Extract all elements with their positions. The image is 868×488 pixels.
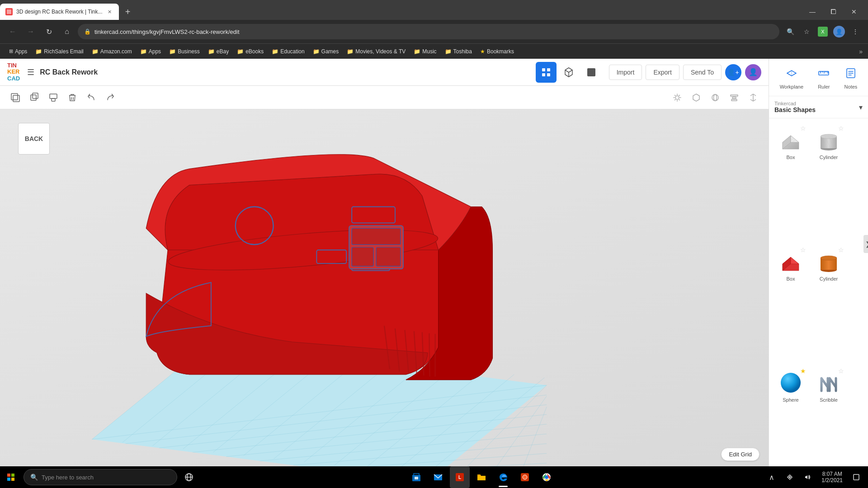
delete-button[interactable]	[64, 89, 80, 106]
tray-chevron-button[interactable]: ∧	[764, 469, 780, 485]
send-to-button[interactable]: Send To	[683, 65, 722, 80]
bookmark-apps[interactable]: 📁 Apps	[137, 47, 165, 56]
start-button[interactable]	[0, 466, 22, 488]
back-nav-button[interactable]: ←	[5, 24, 20, 39]
bookmark-bookmarks-label: Bookmarks	[487, 48, 514, 55]
bookmark-amazon[interactable]: 📁 Amazon.com	[88, 47, 136, 56]
tab-close-button[interactable]: ✕	[106, 8, 113, 15]
star-badge-box[interactable]: ☆	[800, 125, 806, 132]
export-button[interactable]: Export	[646, 65, 679, 80]
notifications-button[interactable]	[848, 469, 864, 485]
expand-panel-button[interactable]: ❯	[863, 235, 868, 253]
new-tab-button[interactable]: +	[121, 5, 135, 19]
mirror-button[interactable]	[745, 89, 761, 106]
extensions-button[interactable]: X	[816, 24, 830, 39]
copy-button[interactable]	[7, 89, 24, 106]
home-button[interactable]: ⌂	[60, 24, 74, 39]
bookmarks-more-button[interactable]: »	[859, 48, 863, 55]
notes-icon	[844, 67, 857, 82]
import-button[interactable]: Import	[609, 65, 642, 80]
profile-button[interactable]: 👤	[832, 24, 846, 39]
star-badge-sphere[interactable]: ★	[800, 367, 806, 375]
svg-text:L: L	[458, 475, 461, 480]
ruler-tab[interactable]: Ruler	[813, 64, 835, 92]
svg-rect-8	[31, 95, 36, 100]
search-button[interactable]: 🔍	[783, 24, 797, 39]
taskbar-explorer-icon[interactable]	[472, 466, 491, 488]
close-button[interactable]: ✕	[844, 4, 864, 20]
svg-rect-11	[52, 99, 55, 101]
shape-item-cylinder-orange[interactable]: ☆ Cyli	[811, 244, 847, 363]
user-avatar[interactable]: 👤	[745, 64, 761, 80]
bookmark-ebooks-label: eBooks	[245, 48, 264, 55]
star-badge-cyl[interactable]: ☆	[838, 125, 844, 132]
maximize-button[interactable]: ⧠	[823, 4, 844, 20]
taskbar-edge-icon[interactable]	[493, 466, 513, 488]
taskbar-app-icon[interactable]	[515, 466, 535, 488]
taskbar-lens-icon[interactable]: L	[450, 466, 470, 488]
solid-view-button[interactable]	[581, 62, 602, 83]
svg-rect-0	[7, 9, 11, 14]
address-bar[interactable]: 🔒 tinkercad.com/things/kgvjFmvLWS2-rc-ba…	[78, 24, 779, 39]
bookmark-ebooks[interactable]: 📁 eBooks	[233, 47, 267, 56]
duplicate-button[interactable]	[26, 89, 42, 106]
refresh-button[interactable]: ↻	[42, 24, 56, 39]
minimize-button[interactable]: —	[802, 4, 823, 20]
star-badge-cyl-orange[interactable]: ☆	[838, 246, 844, 253]
volume-icon[interactable]	[800, 469, 816, 485]
add-user-button[interactable]: 👤+	[725, 64, 741, 80]
bookmark-toshiba[interactable]: 📁 Toshiba	[441, 47, 476, 56]
redo-button[interactable]	[102, 89, 118, 106]
notes-tab[interactable]: Notes	[840, 64, 862, 92]
system-clock[interactable]: 8:07 AM 1/2/2021	[818, 471, 846, 483]
canvas-area[interactable]: BACK	[0, 109, 769, 488]
taskbar-mail-icon[interactable]	[428, 466, 448, 488]
svg-line-57	[429, 333, 429, 377]
align-button[interactable]	[726, 89, 742, 106]
svg-rect-97	[805, 476, 806, 478]
bookmark-ebay[interactable]: 📁 eBay	[204, 47, 232, 56]
search-placeholder: Type here to search	[42, 474, 94, 481]
document-menu-button[interactable]: ☰	[27, 67, 34, 77]
bookmark-amazon-label: Amazon.com	[100, 48, 132, 55]
system-tray: ∧ 8:07 AM 1/2/2021	[764, 469, 868, 485]
undo-button[interactable]	[83, 89, 99, 106]
bookmark-button[interactable]: ☆	[799, 24, 814, 39]
taskbar-chrome-icon[interactable]	[537, 466, 557, 488]
bookmark-bookmarks[interactable]: ★ Bookmarks	[476, 47, 518, 56]
forward-nav-button[interactable]: →	[24, 24, 38, 39]
bookmark-games[interactable]: 📁 Games	[309, 47, 343, 56]
sphere-button[interactable]	[707, 89, 723, 106]
stamp-button[interactable]	[45, 89, 61, 106]
bookmark-education[interactable]: 📁 Education	[268, 47, 308, 56]
task-view-button[interactable]	[179, 466, 199, 488]
bookmark-apps-grid[interactable]: ⊞ Apps	[5, 47, 31, 56]
shape-item-box-gray[interactable]: ☆	[773, 122, 809, 242]
bookmark-movies[interactable]: 📁 Movies, Videos & TV	[343, 47, 409, 56]
taskbar-icons: L	[199, 466, 764, 488]
menu-button[interactable]: ⋮	[848, 24, 863, 39]
blocks-view-button[interactable]	[558, 62, 579, 83]
hex-button[interactable]	[688, 89, 704, 106]
bookmark-richsales-label: RichSales Email	[44, 48, 83, 55]
star-badge-box-red[interactable]: ☆	[800, 246, 806, 253]
svg-point-96	[789, 476, 791, 478]
active-tab[interactable]: 3D design RC Back Rework | Tink... ✕	[0, 4, 119, 20]
app-area: TIN KER CAD ☰ RC Back Rework	[0, 59, 868, 488]
network-icon[interactable]	[782, 469, 798, 485]
star-badge-scribble[interactable]: ☆	[838, 367, 844, 375]
library-dropdown-button[interactable]: ▾	[859, 103, 863, 112]
grid-view-button[interactable]	[536, 62, 557, 83]
shape-item-box-red[interactable]: ☆ Box	[773, 244, 809, 363]
svg-rect-15	[731, 95, 738, 96]
search-bar[interactable]: 🔍 Type here to search	[24, 469, 177, 485]
edit-grid-button[interactable]: Edit Grid	[721, 448, 760, 461]
workplane-tab[interactable]: Workplane	[775, 64, 808, 92]
shape-item-cylinder-gray[interactable]: ☆	[811, 122, 847, 242]
light-button[interactable]	[669, 89, 685, 106]
bookmark-music[interactable]: 📁 Music	[410, 47, 440, 56]
bookmark-business[interactable]: 📁 Business	[165, 47, 203, 56]
shapes-grid: ☆	[769, 118, 868, 488]
bookmark-richsales[interactable]: 📁 RichSales Email	[32, 47, 87, 56]
taskbar-store-icon[interactable]	[406, 466, 426, 488]
